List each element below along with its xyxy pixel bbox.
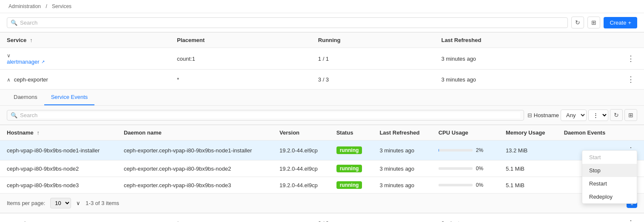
- menu-cell-ceph-exporter: ⋮: [618, 70, 644, 90]
- service-cell: ∧ ceph-exporter: [0, 70, 170, 90]
- daemon-status-2: running: [330, 160, 373, 177]
- daemon-version-1: 19.2.0-44.el9cp: [273, 141, 330, 160]
- sub-col-version: Version: [273, 125, 330, 141]
- refreshed-cell-alertmanager: 3 minutes ago: [434, 48, 618, 70]
- filter-group: ⊟ Hostname Any ⋮ ↻ ⊞: [527, 109, 637, 121]
- daemon-refreshed-2: 3 minutes ago: [373, 160, 431, 177]
- status-badge-1: running: [336, 146, 362, 154]
- hostname-filter-label: Hostname: [534, 112, 559, 118]
- daemon-name-1: ceph-exporter.ceph-vpap-i80-9bx9bs-node1…: [117, 141, 273, 160]
- columns-button[interactable]: ⊞: [587, 17, 600, 28]
- cpu-pct-label-2: 0%: [476, 166, 486, 171]
- daemon-cpu-3: 0%: [432, 177, 499, 194]
- col-actions-header: [618, 33, 644, 48]
- breadcrumb: Administration / Services: [0, 0, 644, 13]
- cpu-bar-bg-3: [439, 184, 473, 186]
- create-button[interactable]: Create +: [604, 17, 637, 28]
- hostname-filter-select[interactable]: Any: [561, 110, 587, 121]
- running-cell-alertmanager: 1 / 1: [311, 48, 435, 70]
- daemon-refreshed-1: 3 minutes ago: [373, 141, 431, 160]
- context-menu-item-restart[interactable]: Restart: [582, 177, 637, 190]
- context-menu-item-start[interactable]: Start: [582, 151, 637, 164]
- service-cell: ∨ alertmanager ↗: [0, 48, 170, 70]
- sub-search-input[interactable]: [20, 112, 520, 118]
- daemon-row: ceph-vpap-i80-9bx9bs-node1-installer cep…: [0, 141, 644, 160]
- col-last-refreshed: Last Refreshed: [434, 33, 618, 48]
- expanded-row-ceph-exporter: Daemons Service Events 🔍 ⊟: [0, 90, 644, 214]
- create-label: Create: [610, 20, 626, 26]
- table-row: ∨ crash * 3 / 3 3 minutes ago ⋮: [0, 214, 644, 222]
- sort-icon-hostname[interactable]: ↑: [37, 129, 40, 136]
- tabs-section: Daemons Service Events: [0, 90, 644, 106]
- expand-btn-ceph-exporter[interactable]: ∧: [7, 77, 11, 83]
- expand-col-select[interactable]: ⋮: [588, 110, 608, 121]
- status-badge-3: running: [336, 181, 362, 189]
- sub-toolbar: 🔍 ⊟ Hostname Any ⋮ ↻ ⊞: [0, 106, 644, 125]
- row-menu-btn-ceph-exporter[interactable]: ⋮: [624, 74, 637, 85]
- daemon-cpu-1: 2%: [432, 141, 499, 160]
- service-cell-crash: ∨ crash: [0, 214, 170, 222]
- placement-cell-crash: *: [170, 214, 311, 222]
- daemon-row: ceph-vpap-i80-9bx9bs-node2 ceph-exporter…: [0, 160, 644, 177]
- context-menu-item-redeploy[interactable]: Redeploy: [582, 190, 637, 203]
- expand-btn-crash[interactable]: ∨: [7, 221, 11, 222]
- cpu-bar-container-3: 0%: [439, 182, 492, 188]
- sub-refresh-btn[interactable]: ↻: [610, 109, 623, 121]
- sort-icon-service[interactable]: ↑: [30, 37, 33, 43]
- sub-col-hostname: Hostname ↑: [0, 125, 117, 141]
- sub-col-actions: [618, 125, 644, 141]
- expand-btn-alertmanager[interactable]: ∨: [7, 53, 11, 59]
- refreshed-cell-crash: 3 minutes ago: [434, 214, 618, 222]
- refresh-button[interactable]: ↻: [571, 17, 584, 28]
- main-search-box[interactable]: 🔍: [7, 17, 568, 28]
- service-name-alertmanager: alertmanager: [7, 59, 40, 65]
- daemon-cpu-2: 0%: [432, 160, 499, 177]
- col-service: Service ↑: [0, 33, 170, 48]
- sub-search-icon: 🔍: [11, 112, 17, 118]
- service-name-crash: crash: [14, 220, 28, 222]
- daemon-memory-2: 5.1 MiB: [499, 160, 557, 177]
- top-toolbar: 🔍 ↻ ⊞ Create +: [0, 13, 644, 32]
- sub-table: Hostname ↑ Daemon name Version Status La…: [0, 125, 644, 194]
- main-search-input[interactable]: [20, 20, 564, 26]
- daemon-memory-1: 13.2 MiB: [499, 141, 557, 160]
- daemon-version-3: 19.2.0-44.el9cp: [273, 177, 330, 194]
- sub-col-cpu: CPU Usage: [432, 125, 499, 141]
- per-page-label: Items per page:: [7, 200, 45, 206]
- daemon-row: ceph-vpap-i80-9bx9bs-node3 ceph-exporter…: [0, 177, 644, 194]
- row-menu-btn-crash[interactable]: ⋮: [624, 218, 637, 222]
- per-page-select[interactable]: 10: [50, 198, 71, 208]
- breadcrumb-admin[interactable]: Administration: [9, 3, 41, 9]
- context-menu-item-stop[interactable]: Stop: [582, 164, 637, 177]
- col-placement: Placement: [170, 33, 311, 48]
- row-menu-btn-alertmanager[interactable]: ⋮: [624, 53, 637, 64]
- sub-columns-btn[interactable]: ⊞: [624, 109, 637, 121]
- breadcrumb-current: Services: [52, 3, 71, 9]
- daemon-memory-3: 5.1 MiB: [499, 177, 557, 194]
- cpu-bar-bg-1: [439, 149, 473, 152]
- daemon-name-3: ceph-exporter.ceph-vpap-i80-9bx9bs-node3: [117, 177, 273, 194]
- cpu-pct-label-3: 0%: [476, 182, 486, 188]
- placement-cell-alertmanager: count:1: [170, 48, 311, 70]
- pagination-chevron: ∨: [76, 200, 80, 206]
- cpu-bar-container-1: 2%: [439, 147, 492, 153]
- external-link-icon: ↗: [41, 59, 45, 64]
- daemon-refreshed-3: 3 minutes ago: [373, 177, 431, 194]
- tab-service-events[interactable]: Service Events: [44, 90, 95, 105]
- daemon-status-3: running: [330, 177, 373, 194]
- tab-daemons[interactable]: Daemons: [7, 90, 44, 105]
- running-cell-crash: 3 / 3: [311, 214, 435, 222]
- status-badge-2: running: [336, 165, 362, 172]
- tabs: Daemons Service Events: [7, 90, 637, 105]
- service-link-alertmanager[interactable]: alertmanager ↗: [7, 59, 163, 65]
- sub-col-status: Status: [330, 125, 373, 141]
- daemon-name-2: ceph-exporter.ceph-vpap-i80-9bx9bs-node2: [117, 160, 273, 177]
- placement-cell-ceph-exporter: *: [170, 70, 311, 90]
- sub-search-box[interactable]: 🔍: [7, 110, 524, 121]
- sub-col-last-refreshed: Last Refreshed: [373, 125, 431, 141]
- pagination: Items per page: 10 ∨ 1-3 of 3 items 1: [0, 194, 644, 213]
- breadcrumb-sep: /: [46, 3, 47, 9]
- daemon-version-2: 19.2.0-44.el9cp: [273, 160, 330, 177]
- cpu-bar-container-2: 0%: [439, 166, 492, 171]
- cpu-bar-bg-2: [439, 167, 473, 170]
